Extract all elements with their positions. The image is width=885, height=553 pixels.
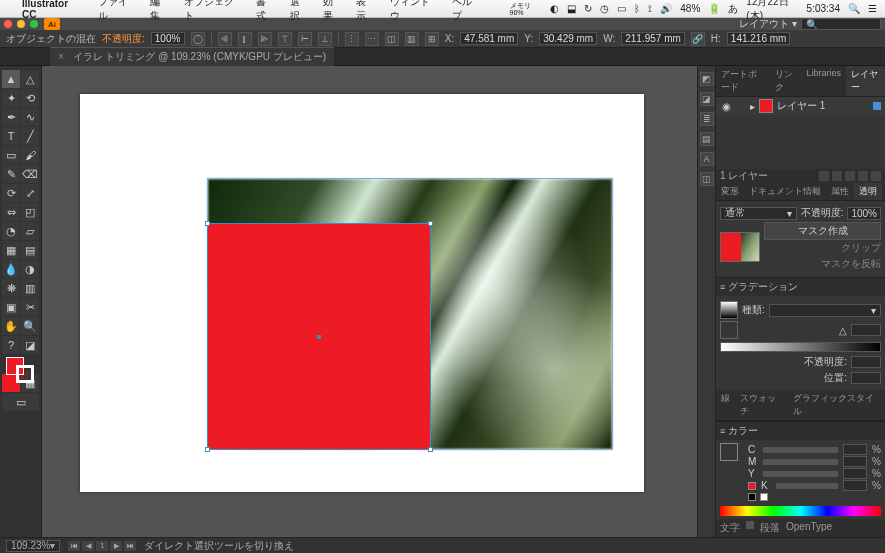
zoom-window-button[interactable] xyxy=(30,20,38,28)
transform-icon[interactable]: ◫ xyxy=(385,32,399,46)
new-layer-icon[interactable] xyxy=(858,171,868,181)
paintbrush-tool[interactable]: 🖌 xyxy=(21,146,39,164)
close-tab-icon[interactable]: × xyxy=(58,51,64,62)
delete-layer-icon[interactable] xyxy=(871,171,881,181)
help-search-input[interactable]: 🔍 xyxy=(801,18,881,30)
tab-artboards[interactable]: アートボード xyxy=(716,66,770,96)
tab-attributes[interactable]: 属性 xyxy=(826,183,854,200)
new-sublayer-icon[interactable] xyxy=(845,171,855,181)
menu-edit[interactable]: 編集 xyxy=(150,0,169,23)
minimize-window-button[interactable] xyxy=(17,20,25,28)
m-slider[interactable] xyxy=(763,459,838,465)
tab-stroke[interactable]: 線 xyxy=(716,390,735,420)
current-fill-chip[interactable] xyxy=(748,482,756,490)
transparency-thumbnail[interactable] xyxy=(720,232,760,262)
menu-help[interactable]: ヘルプ xyxy=(452,0,481,23)
link-wh-icon[interactable]: 🔗 xyxy=(691,32,705,46)
slice-tool[interactable]: ✂ xyxy=(21,298,39,316)
tab-paragraph[interactable]: 段落 xyxy=(760,521,780,535)
perspective-tool[interactable]: ▱ xyxy=(21,222,39,240)
distribute-h-icon[interactable]: ⋮ xyxy=(345,32,359,46)
menu-effect[interactable]: 効果 xyxy=(323,0,342,23)
shape-mode-icon[interactable]: ▥ xyxy=(405,32,419,46)
eyedropper-tool[interactable]: 💧 xyxy=(2,260,20,278)
align-right-icon[interactable]: ⫸ xyxy=(258,32,272,46)
panel-icon-2[interactable]: ◪ xyxy=(700,92,714,106)
layer-row[interactable]: ◉ ▸ レイヤー 1 xyxy=(716,97,885,115)
fill-stroke-swatch[interactable] xyxy=(2,355,39,385)
display-icon[interactable]: ▭ xyxy=(617,3,626,14)
y-value[interactable] xyxy=(843,468,867,479)
opacity-field[interactable]: 100% xyxy=(151,32,185,45)
canvas[interactable] xyxy=(42,66,697,537)
pen-tool[interactable]: ✒ xyxy=(2,108,20,126)
ime-icon[interactable]: あ xyxy=(728,2,738,16)
panel-icon-5[interactable]: A xyxy=(700,152,714,166)
style-button[interactable]: ◯ xyxy=(191,32,205,46)
w-field[interactable]: 211.957 mm xyxy=(621,32,685,45)
lasso-tool[interactable]: ⟲ xyxy=(21,89,39,107)
close-window-button[interactable] xyxy=(4,20,12,28)
menu-type[interactable]: 書式 xyxy=(256,0,275,23)
type-tool[interactable]: T xyxy=(2,127,20,145)
layer-target-icon[interactable] xyxy=(873,102,881,110)
screen-mode-toggle[interactable]: ▭ xyxy=(2,393,39,411)
c-value[interactable] xyxy=(843,444,867,455)
volume-icon[interactable]: 🔊 xyxy=(660,3,672,14)
red-rectangle[interactable] xyxy=(208,224,430,449)
align-bottom-icon[interactable]: ⊥ xyxy=(318,32,332,46)
black-chip-icon[interactable] xyxy=(748,493,756,501)
rotate-tool[interactable]: ⟳ xyxy=(2,184,20,202)
default-fill-stroke[interactable]: ◪ xyxy=(21,336,39,354)
artboard-number[interactable]: 1 xyxy=(96,541,108,551)
menu-icon[interactable]: ☰ xyxy=(868,3,877,14)
clock-icon[interactable]: ◷ xyxy=(600,3,609,14)
curvature-tool[interactable]: ∿ xyxy=(21,108,39,126)
direct-selection-tool[interactable]: △ xyxy=(21,70,39,88)
disclosure-icon[interactable]: ▸ xyxy=(750,101,755,112)
menu-object[interactable]: オブジェクト xyxy=(184,0,242,23)
m-value[interactable] xyxy=(843,456,867,467)
menu-view[interactable]: 表示 xyxy=(356,0,375,23)
blend-mode-dropdown[interactable]: 通常▾ xyxy=(720,207,797,220)
spotlight-icon[interactable]: 🔍 xyxy=(848,3,860,14)
make-mask-button[interactable]: マスク作成 xyxy=(764,222,881,240)
mesh-tool[interactable]: ▦ xyxy=(2,241,20,259)
gradient-swatch-icon[interactable] xyxy=(720,301,738,319)
eraser-tool[interactable]: ⌫ xyxy=(21,165,39,183)
layer-name[interactable]: レイヤー 1 xyxy=(777,99,825,113)
menu-window[interactable]: ウィンドウ xyxy=(390,0,439,23)
menu-select[interactable]: 選択 xyxy=(290,0,309,23)
tab-opentype[interactable]: OpenType xyxy=(786,521,832,535)
bluetooth-icon[interactable]: ᛒ xyxy=(634,3,640,14)
workspace-switcher[interactable]: レイアウト ▾ xyxy=(739,17,797,31)
first-artboard-icon[interactable]: ⏮ xyxy=(68,541,80,551)
visibility-toggle-icon[interactable]: ◉ xyxy=(720,101,732,112)
zoom-level[interactable]: 109.23% ▾ xyxy=(6,540,60,552)
gradient-stroke-icon[interactable] xyxy=(720,321,738,339)
resize-handle-bl[interactable] xyxy=(205,447,210,452)
distribute-v-icon[interactable]: ⋯ xyxy=(365,32,379,46)
tab-swatches[interactable]: スウォッチ xyxy=(735,390,788,420)
shaper-tool[interactable]: ✎ xyxy=(2,165,20,183)
width-tool[interactable]: ⇔ xyxy=(2,203,20,221)
document-tab[interactable]: × イラレ トリミング @ 109.23% (CMYK/GPU プレビュー) xyxy=(50,47,334,66)
toggle-fill-stroke[interactable]: ? xyxy=(2,336,20,354)
y-slider[interactable] xyxy=(763,471,838,477)
tab-character[interactable]: 文字 xyxy=(720,521,740,535)
line-tool[interactable]: ╱ xyxy=(21,127,39,145)
gradient-tool[interactable]: ▤ xyxy=(21,241,39,259)
tab-graphic-styles[interactable]: グラフィックスタイル xyxy=(788,390,885,420)
tab-layers[interactable]: レイヤー xyxy=(846,66,885,96)
paragraph-align-icon[interactable] xyxy=(746,521,754,529)
sync-icon[interactable]: ↻ xyxy=(584,3,592,14)
align-left-icon[interactable]: ⫷ xyxy=(218,32,232,46)
y-field[interactable]: 30.429 mm xyxy=(539,32,597,45)
gradient-type-dropdown[interactable]: ▾ xyxy=(769,304,881,317)
resize-handle-br[interactable] xyxy=(428,447,433,452)
angle-icon[interactable]: △ xyxy=(839,325,847,336)
rectangle-tool[interactable]: ▭ xyxy=(2,146,20,164)
color-spectrum[interactable] xyxy=(720,506,881,516)
artboard[interactable] xyxy=(80,94,644,492)
k-slider[interactable] xyxy=(776,483,838,489)
